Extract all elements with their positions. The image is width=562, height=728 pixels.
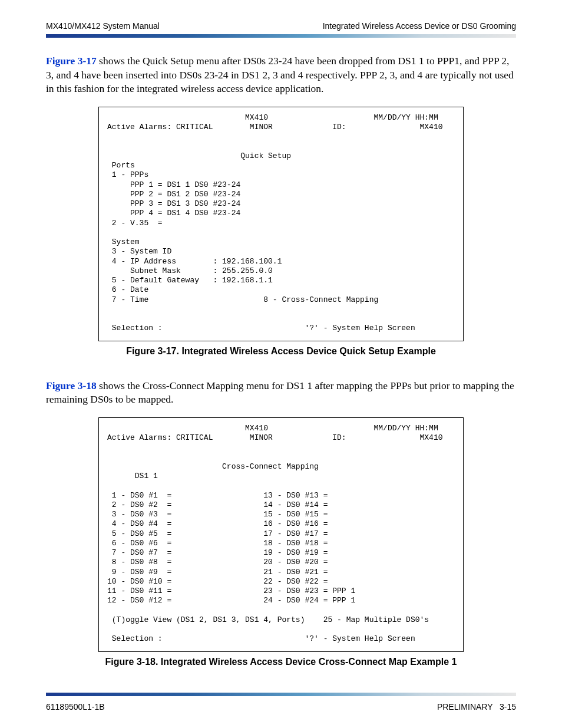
- figure-ref-3-18: Figure 3-18: [46, 380, 97, 391]
- terminal-cross-connect: MX410 MM/DD/YY HH:MM Active Alarms: CRIT…: [98, 417, 464, 652]
- paragraph-2-text: shows the Cross-Connect Mapping menu for…: [46, 380, 514, 406]
- figure-caption-3-18: Figure 3-18. Integrated Wireless Access …: [46, 657, 516, 667]
- page-header: MX410/MX412 System Manual Integrated Wir…: [46, 21, 516, 31]
- footer-rule: [46, 693, 516, 696]
- header-left: MX410/MX412 System Manual: [46, 21, 160, 31]
- paragraph-1: Figure 3-17 shows the Quick Setup menu a…: [46, 54, 516, 96]
- footer-preliminary: PRELIMINARY: [437, 702, 492, 711]
- paragraph-2: Figure 3-18 shows the Cross-Connect Mapp…: [46, 379, 516, 407]
- footer-right: PRELIMINARY 3-15: [437, 702, 516, 711]
- terminal-quick-setup: MX410 MM/DD/YY HH:MM Active Alarms: CRIT…: [98, 107, 464, 341]
- header-rule: [46, 34, 516, 38]
- header-right: Integrated Wireless Access Device or DS0…: [323, 21, 516, 31]
- page-footer: 61189500L1-1B PRELIMINARY 3-15: [46, 693, 516, 711]
- figure-ref-3-17: Figure 3-17: [46, 55, 97, 67]
- figure-caption-3-17: Figure 3-17. Integrated Wireless Access …: [46, 346, 516, 357]
- footer-page-number: 3-15: [500, 702, 516, 711]
- footer-docnum: 61189500L1-1B: [46, 702, 105, 711]
- paragraph-1-text: shows the Quick Setup menu after DS0s 23…: [46, 55, 514, 94]
